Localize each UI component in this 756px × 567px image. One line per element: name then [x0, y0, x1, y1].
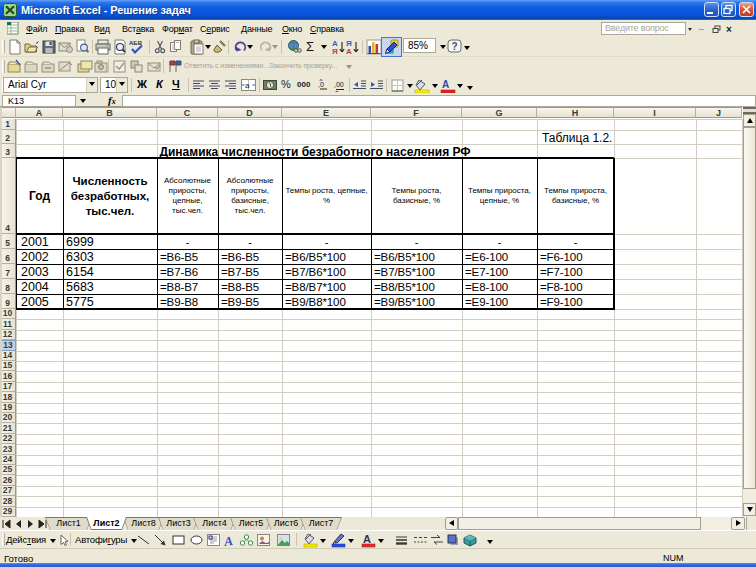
- svg-text:АБВ: АБВ: [129, 40, 143, 46]
- svg-text:a: a: [245, 81, 250, 90]
- svg-text:?: ?: [452, 41, 458, 52]
- svg-text:,0: ,0: [318, 81, 324, 88]
- svg-text:А: А: [223, 533, 234, 548]
- svg-text:А: А: [363, 533, 371, 545]
- svg-text:А: А: [442, 79, 449, 90]
- svg-text:А: А: [346, 47, 352, 55]
- svg-text:Я: Я: [332, 47, 338, 55]
- svg-text:,00: ,00: [334, 81, 344, 88]
